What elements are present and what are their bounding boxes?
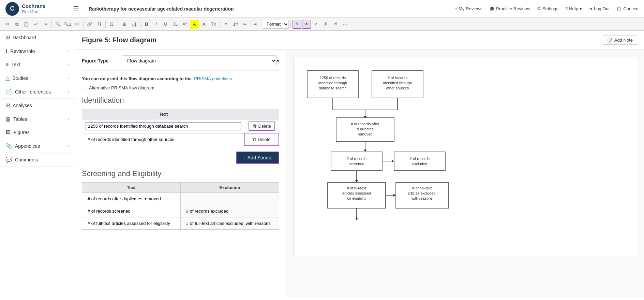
text-column-header: Text: [82, 109, 245, 119]
underline-button[interactable]: U: [161, 20, 170, 29]
find-replace-button[interactable]: 🔍±: [63, 20, 72, 29]
cut-button[interactable]: ✂: [3, 20, 12, 29]
screening-row-1: [82, 193, 279, 205]
svg-text:other sources: other sources: [386, 86, 409, 90]
edit-mode-button[interactable]: ✎: [293, 20, 301, 29]
chart-button[interactable]: 📊: [130, 20, 138, 29]
cross-button[interactable]: ✗: [321, 20, 330, 29]
add-source-button[interactable]: + Add Source: [236, 152, 279, 164]
superscript-button[interactable]: X²: [180, 20, 189, 29]
my-reviews-link[interactable]: ⌂ My Reviews: [454, 6, 482, 11]
sidebar-item-label: Text: [11, 62, 20, 67]
sidebar-item-dashboard[interactable]: ⊞ Dashboard: [0, 31, 75, 44]
svg-text:# of records: # of records: [388, 76, 408, 80]
sidebar-item-review-info[interactable]: ℹ Review info ‹: [0, 44, 75, 58]
svg-text:duplicates: duplicates: [357, 127, 374, 131]
sidebar-item-label: Appendices: [15, 143, 40, 149]
indent-less-button[interactable]: ⇤: [241, 20, 250, 29]
sidebar-item-studies[interactable]: △ Studies ‹: [0, 71, 75, 85]
check-button[interactable]: ✓: [312, 20, 320, 29]
screening-row-2: [82, 205, 279, 217]
svg-text:database search: database search: [319, 86, 346, 90]
toolbar-separator-3: [105, 21, 106, 28]
sidebar-item-tables[interactable]: ▦ Tables ‹: [0, 112, 75, 126]
settings-link[interactable]: ⚙ Settings: [537, 6, 558, 11]
delete-row-1-button[interactable]: 🗑 Delete: [249, 122, 275, 131]
svg-rect-24: [394, 152, 445, 171]
sidebar-item-figures[interactable]: 🖼 Figures: [0, 126, 75, 139]
identification-text-input-2[interactable]: [86, 135, 241, 143]
italic-button[interactable]: I: [152, 20, 161, 29]
action-column-header: [245, 109, 279, 119]
identification-section-title: Identification: [82, 96, 279, 105]
sidebar-item-appendices[interactable]: 📎 Appendices ‹: [0, 139, 75, 153]
copy-button[interactable]: ⧉: [12, 20, 21, 29]
logout-link[interactable]: ➜ Log Out: [589, 6, 610, 11]
alt-prisma-checkbox[interactable]: [82, 86, 86, 90]
figure-type-select[interactable]: Flow diagram: [123, 55, 277, 66]
undo-button[interactable]: ↩: [31, 20, 40, 29]
screening-text-header: Text: [82, 183, 181, 193]
more-button[interactable]: ⋯: [340, 20, 349, 29]
screening-exclusion-3[interactable]: [184, 219, 275, 227]
help-link[interactable]: ? Help ▾: [565, 6, 582, 11]
remove-link-button[interactable]: ⛓: [95, 20, 104, 29]
add-source-label: Add Source: [248, 155, 272, 160]
sidebar: ⊞ Dashboard ℹ Review info ‹ ≡ Text ‹ △ S…: [0, 31, 75, 300]
highlight-button[interactable]: A: [190, 20, 199, 29]
svg-text:articles excluded,: articles excluded,: [408, 191, 437, 195]
identification-text-input-1[interactable]: [86, 122, 241, 130]
table-button[interactable]: ⊞: [120, 20, 129, 29]
toolbar-separator-8: [290, 21, 291, 28]
omega-button[interactable]: Ω: [107, 20, 116, 29]
color-button[interactable]: A: [199, 20, 208, 29]
subscript-button[interactable]: X₂: [171, 20, 180, 29]
format-select[interactable]: Format: [263, 20, 289, 29]
screening-table-wrap: Text Exclusion: [82, 182, 279, 230]
delete-row-2-button[interactable]: 🗑 Delete: [249, 135, 274, 143]
find-button[interactable]: 🔍: [54, 20, 62, 29]
add-note-button[interactable]: 📝 Add Note: [603, 35, 637, 45]
prisma-link[interactable]: PRISMA guidelines: [194, 76, 232, 81]
trash-icon: 🗑: [252, 137, 256, 142]
refresh-button[interactable]: ↺: [331, 20, 340, 29]
alt-prisma-row: Alternative PRISMA flow diagram: [82, 85, 279, 90]
context-link[interactable]: 📋 Context: [616, 6, 639, 11]
indent-more-button[interactable]: ⇥: [250, 20, 259, 29]
screening-exclusion-2[interactable]: [184, 207, 275, 215]
special-button[interactable]: ⚙: [73, 20, 81, 29]
sidebar-item-comments[interactable]: 💬 Comments: [0, 153, 75, 167]
redo-button[interactable]: ↪: [41, 20, 50, 29]
main-layout: ⊞ Dashboard ℹ Review info ‹ ≡ Text ‹ △ S…: [0, 31, 644, 300]
bold-button[interactable]: B: [142, 20, 151, 29]
sidebar-item-text[interactable]: ≡ Text ‹: [0, 58, 75, 71]
screening-text-1[interactable]: [86, 195, 177, 203]
sidebar-item-analyses[interactable]: ⊞ Analyses: [0, 99, 75, 112]
figure-header: Figure 5: Flow diagram 📝 Add Note: [75, 31, 644, 50]
appendices-icon: 📎: [5, 143, 12, 149]
top-navigation: C Cochrane RevMan ☰ Radiotherapy for neo…: [0, 0, 644, 18]
identification-row-2: 🗑 Delete: [82, 133, 279, 146]
toolbar-separator-4: [118, 21, 118, 28]
paste-button[interactable]: 📋: [22, 20, 31, 29]
practice-reviews-link[interactable]: 🎓 Practice Reviews: [489, 6, 530, 11]
view-toggle-button[interactable]: 👁: [302, 20, 311, 29]
logout-icon: ➜: [589, 6, 593, 11]
insert-link-button[interactable]: 🔗: [85, 20, 94, 29]
bullet-list-button[interactable]: ≡: [222, 20, 230, 29]
toolbar-separator-1: [51, 21, 52, 28]
svg-text:with reasons: with reasons: [411, 196, 433, 200]
studies-icon: △: [5, 75, 10, 81]
chevron-icon: ‹: [68, 144, 69, 148]
screening-text-2[interactable]: [86, 207, 177, 215]
svg-text:# of records: # of records: [410, 157, 430, 161]
chevron-icon: ‹: [68, 89, 69, 94]
clear-format-button[interactable]: Tx: [209, 20, 218, 29]
number-list-button[interactable]: 1≡: [231, 20, 240, 29]
sidebar-item-other-references[interactable]: 📄 Other references ‹: [0, 85, 75, 99]
screening-section-title: Screening and Eligibility: [82, 169, 279, 178]
graduation-icon: 🎓: [489, 6, 495, 11]
chevron-down-icon: ▾: [580, 6, 582, 11]
menu-toggle[interactable]: ☰: [70, 3, 82, 14]
screening-text-3[interactable]: [86, 219, 177, 227]
